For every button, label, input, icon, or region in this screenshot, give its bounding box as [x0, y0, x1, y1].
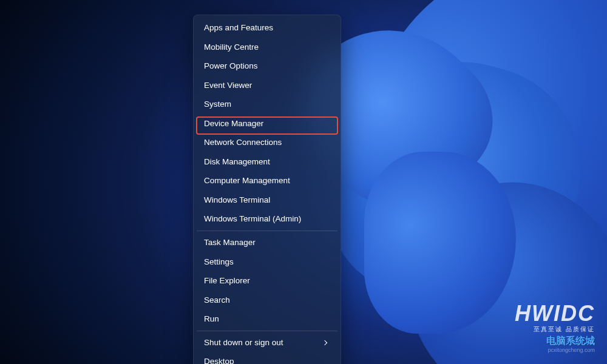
menu-label: Power Options — [204, 61, 258, 72]
menu-computer-management[interactable]: Computer Management — [197, 171, 337, 190]
menu-apps-features[interactable]: Apps and Features — [197, 18, 337, 38]
menu-label: System — [204, 99, 231, 110]
menu-windows-terminal[interactable]: Windows Terminal — [197, 190, 337, 210]
menu-label: Shut down or sign out — [204, 337, 283, 348]
menu-label: Device Manager — [204, 118, 263, 129]
menu-label: Apps and Features — [204, 22, 273, 33]
watermark-site-name: 电脑系统城 — [515, 335, 595, 348]
menu-power-options[interactable]: Power Options — [197, 56, 337, 76]
menu-label: Task Manager — [204, 237, 256, 248]
watermark-url: pcxitongcheng.com — [515, 347, 595, 353]
menu-label: Mobility Centre — [204, 42, 259, 53]
menu-system[interactable]: System — [197, 95, 337, 114]
menu-shutdown-signout[interactable]: Shut down or sign out — [197, 333, 337, 352]
menu-label: Search — [204, 295, 230, 306]
chevron-right-icon — [322, 340, 327, 345]
menu-network-connections[interactable]: Network Connections — [197, 133, 337, 152]
menu-label: Network Connections — [204, 137, 282, 148]
menu-event-viewer[interactable]: Event Viewer — [197, 76, 337, 95]
menu-label: File Explorer — [204, 275, 250, 286]
menu-label: Run — [204, 314, 219, 325]
winx-context-menu: Apps and Features Mobility Centre Power … — [193, 15, 341, 364]
menu-label: Disk Management — [204, 157, 270, 167]
menu-label: Windows Terminal — [204, 195, 270, 206]
menu-search[interactable]: Search — [197, 291, 337, 310]
menu-separator — [197, 231, 337, 231]
menu-file-explorer[interactable]: File Explorer — [197, 271, 337, 291]
menu-label: Computer Management — [204, 175, 290, 186]
menu-label: Desktop — [204, 356, 234, 364]
menu-label: Settings — [204, 257, 234, 268]
menu-disk-management[interactable]: Disk Management — [197, 152, 337, 172]
menu-windows-terminal-admin[interactable]: Windows Terminal (Admin) — [197, 209, 337, 229]
watermark-logo: HWIDC — [515, 301, 595, 326]
menu-task-manager[interactable]: Task Manager — [197, 233, 337, 252]
watermark-tagline: 至真至诚 品质保证 — [515, 325, 595, 334]
menu-label: Windows Terminal (Admin) — [204, 214, 301, 224]
menu-desktop[interactable]: Desktop — [197, 352, 337, 364]
menu-device-manager[interactable]: Device Manager — [197, 114, 337, 133]
menu-mobility-centre[interactable]: Mobility Centre — [197, 38, 337, 57]
menu-label: Event Viewer — [204, 80, 252, 91]
menu-settings[interactable]: Settings — [197, 252, 337, 272]
menu-separator — [197, 331, 337, 331]
watermark: HWIDC 至真至诚 品质保证 电脑系统城 pcxitongcheng.com — [515, 301, 595, 353]
menu-run[interactable]: Run — [197, 309, 337, 329]
